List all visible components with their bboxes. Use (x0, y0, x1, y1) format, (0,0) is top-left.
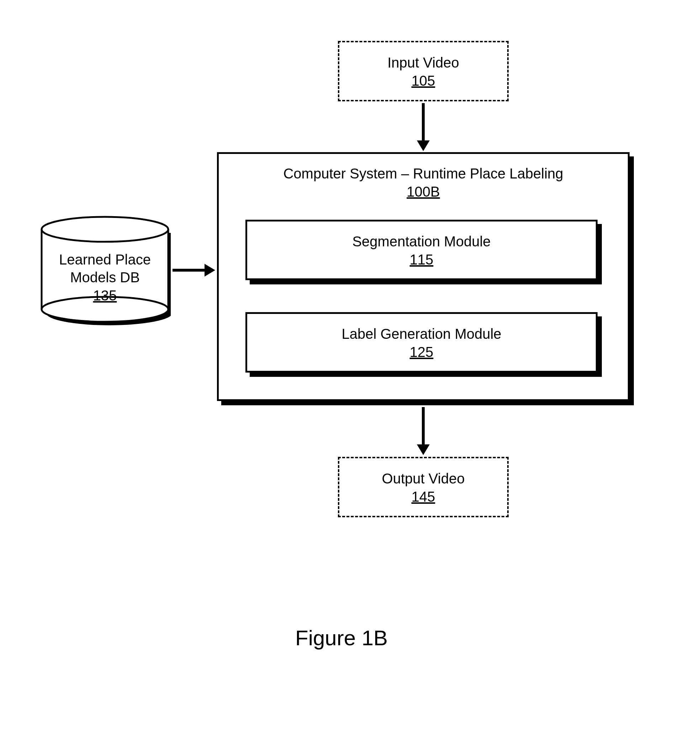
segmentation-module-ref: 115 (410, 252, 434, 268)
input-video-box: Input Video 105 (338, 41, 509, 101)
labelgen-module-box: Label Generation Module 125 (246, 312, 597, 373)
diagram-canvas: Input Video 105 Computer System – Runtim… (0, 0, 700, 732)
svg-point-6 (42, 217, 168, 242)
segmentation-module-label: Segmentation Module (352, 233, 491, 250)
labelgen-module-ref: 125 (410, 344, 434, 360)
learned-models-db: Learned Place Models DB 135 (39, 213, 171, 327)
output-video-label: Output Video (382, 469, 465, 487)
arrow-db-to-system-head (204, 264, 215, 277)
arrow-db-to-system (172, 269, 206, 271)
db-label-line1: Learned Place (39, 251, 171, 268)
input-video-label: Input Video (387, 54, 459, 72)
input-video-ref: 105 (412, 73, 435, 89)
output-video-ref: 145 (412, 489, 435, 505)
db-label-line2: Models DB (39, 268, 171, 286)
labelgen-module-label: Label Generation Module (341, 325, 501, 343)
system-ref: 100B (407, 184, 440, 200)
segmentation-module-box: Segmentation Module 115 (246, 220, 597, 280)
arrow-system-to-output-head (417, 444, 430, 455)
arrow-input-to-system-head (417, 141, 430, 151)
db-ref: 135 (93, 288, 117, 304)
output-video-box: Output Video 145 (338, 457, 509, 517)
arrow-system-to-output (422, 407, 425, 446)
figure-caption: Figure 1B (295, 626, 388, 650)
arrow-input-to-system (422, 103, 425, 142)
system-label: Computer System – Runtime Place Labeling (219, 164, 628, 182)
system-box: Computer System – Runtime Place Labeling… (217, 152, 629, 401)
